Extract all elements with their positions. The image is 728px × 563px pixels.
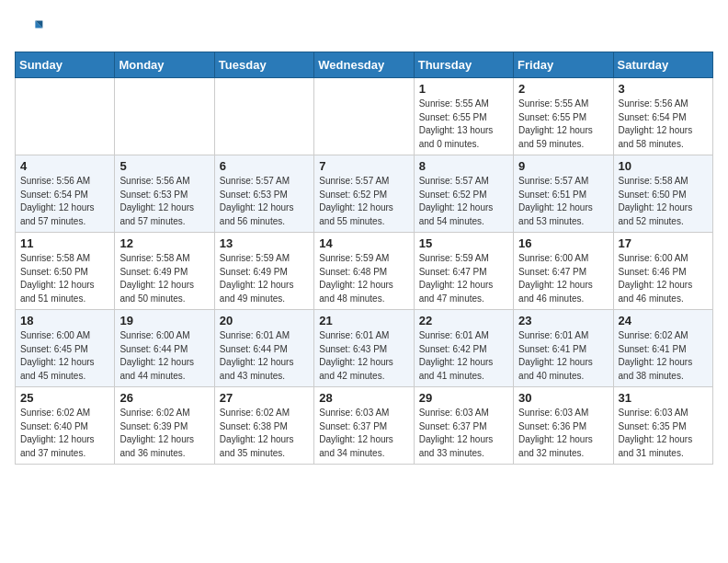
day-info: Sunrise: 6:03 AM Sunset: 6:37 PM Dayligh… [319, 407, 408, 460]
calendar-table: SundayMondayTuesdayWednesdayThursdayFrid… [15, 52, 713, 465]
day-number: 17 [619, 236, 708, 250]
calendar-cell: 2Sunrise: 5:55 AM Sunset: 6:55 PM Daylig… [514, 78, 613, 155]
day-header-monday: Monday [115, 52, 214, 78]
day-number: 29 [419, 391, 508, 405]
calendar-cell: 8Sunrise: 5:57 AM Sunset: 6:52 PM Daylig… [414, 155, 513, 233]
day-info: Sunrise: 6:03 AM Sunset: 6:37 PM Dayligh… [419, 407, 508, 460]
day-info: Sunrise: 5:59 AM Sunset: 6:49 PM Dayligh… [220, 252, 309, 305]
calendar-cell: 5Sunrise: 5:56 AM Sunset: 6:53 PM Daylig… [115, 155, 214, 233]
day-info: Sunrise: 5:58 AM Sunset: 6:50 PM Dayligh… [619, 175, 708, 228]
day-number: 13 [220, 236, 309, 250]
day-number: 8 [419, 159, 508, 173]
calendar-cell: 14Sunrise: 5:59 AM Sunset: 6:48 PM Dayli… [314, 233, 414, 310]
calendar-cell: 3Sunrise: 5:56 AM Sunset: 6:54 PM Daylig… [613, 78, 712, 155]
calendar-cell: 4Sunrise: 5:56 AM Sunset: 6:54 PM Daylig… [16, 155, 115, 233]
day-number: 31 [619, 391, 708, 405]
calendar-cell [115, 78, 214, 155]
calendar-cell: 22Sunrise: 6:01 AM Sunset: 6:42 PM Dayli… [414, 310, 513, 387]
calendar-cell: 28Sunrise: 6:03 AM Sunset: 6:37 PM Dayli… [314, 387, 414, 465]
calendar-cell: 21Sunrise: 6:01 AM Sunset: 6:43 PM Dayli… [314, 310, 414, 387]
calendar-cell: 26Sunrise: 6:02 AM Sunset: 6:39 PM Dayli… [115, 387, 214, 465]
day-info: Sunrise: 5:55 AM Sunset: 6:55 PM Dayligh… [419, 98, 508, 151]
calendar-cell: 17Sunrise: 6:00 AM Sunset: 6:46 PM Dayli… [613, 233, 712, 310]
day-info: Sunrise: 5:58 AM Sunset: 6:49 PM Dayligh… [119, 252, 209, 305]
day-info: Sunrise: 5:55 AM Sunset: 6:55 PM Dayligh… [518, 98, 608, 151]
day-header-tuesday: Tuesday [214, 52, 313, 78]
day-info: Sunrise: 6:03 AM Sunset: 6:35 PM Dayligh… [619, 407, 708, 460]
day-info: Sunrise: 6:02 AM Sunset: 6:38 PM Dayligh… [220, 407, 309, 460]
day-info: Sunrise: 5:56 AM Sunset: 6:53 PM Dayligh… [119, 175, 209, 228]
day-number: 4 [20, 159, 109, 173]
calendar-cell: 15Sunrise: 5:59 AM Sunset: 6:47 PM Dayli… [414, 233, 513, 310]
day-number: 5 [119, 159, 209, 173]
day-number: 30 [518, 391, 608, 405]
calendar-cell: 23Sunrise: 6:01 AM Sunset: 6:41 PM Dayli… [514, 310, 613, 387]
day-number: 15 [419, 236, 508, 250]
day-number: 9 [518, 159, 608, 173]
logo [15, 15, 48, 44]
day-info: Sunrise: 6:02 AM Sunset: 6:41 PM Dayligh… [619, 329, 708, 383]
day-info: Sunrise: 5:57 AM Sunset: 6:53 PM Dayligh… [220, 175, 309, 228]
day-number: 14 [319, 236, 408, 250]
calendar-cell: 16Sunrise: 6:00 AM Sunset: 6:47 PM Dayli… [514, 233, 613, 310]
day-header-wednesday: Wednesday [314, 52, 414, 78]
day-number: 20 [220, 314, 309, 327]
calendar-header-row: SundayMondayTuesdayWednesdayThursdayFrid… [16, 52, 713, 78]
calendar-cell: 13Sunrise: 5:59 AM Sunset: 6:49 PM Dayli… [214, 233, 313, 310]
day-header-thursday: Thursday [414, 52, 513, 78]
calendar-cell: 20Sunrise: 6:01 AM Sunset: 6:44 PM Dayli… [214, 310, 313, 387]
day-header-saturday: Saturday [613, 52, 712, 78]
calendar-cell: 25Sunrise: 6:02 AM Sunset: 6:40 PM Dayli… [16, 387, 115, 465]
day-number: 11 [20, 236, 109, 250]
day-header-friday: Friday [514, 52, 613, 78]
day-number: 1 [419, 82, 508, 96]
calendar-cell: 6Sunrise: 5:57 AM Sunset: 6:53 PM Daylig… [214, 155, 313, 233]
day-info: Sunrise: 6:00 AM Sunset: 6:46 PM Dayligh… [619, 252, 708, 305]
day-info: Sunrise: 6:01 AM Sunset: 6:43 PM Dayligh… [319, 329, 408, 383]
day-number: 19 [119, 314, 209, 327]
day-header-sunday: Sunday [16, 52, 115, 78]
day-number: 26 [119, 391, 209, 405]
calendar-cell: 9Sunrise: 5:57 AM Sunset: 6:51 PM Daylig… [514, 155, 613, 233]
day-info: Sunrise: 6:01 AM Sunset: 6:41 PM Dayligh… [518, 329, 608, 383]
calendar-cell: 31Sunrise: 6:03 AM Sunset: 6:35 PM Dayli… [613, 387, 712, 465]
calendar-cell [16, 78, 115, 155]
day-info: Sunrise: 6:00 AM Sunset: 6:44 PM Dayligh… [119, 329, 209, 383]
day-number: 7 [319, 159, 408, 173]
day-number: 2 [518, 82, 608, 96]
day-number: 10 [619, 159, 708, 173]
calendar-cell: 19Sunrise: 6:00 AM Sunset: 6:44 PM Dayli… [115, 310, 214, 387]
calendar-cell: 12Sunrise: 5:58 AM Sunset: 6:49 PM Dayli… [115, 233, 214, 310]
day-info: Sunrise: 6:00 AM Sunset: 6:45 PM Dayligh… [20, 329, 109, 383]
page-header [15, 15, 713, 44]
day-info: Sunrise: 5:58 AM Sunset: 6:50 PM Dayligh… [20, 252, 109, 305]
calendar-cell [314, 78, 414, 155]
calendar-week-2: 4Sunrise: 5:56 AM Sunset: 6:54 PM Daylig… [16, 155, 713, 233]
calendar-cell: 18Sunrise: 6:00 AM Sunset: 6:45 PM Dayli… [16, 310, 115, 387]
calendar-cell [214, 78, 313, 155]
calendar-cell: 29Sunrise: 6:03 AM Sunset: 6:37 PM Dayli… [414, 387, 513, 465]
calendar-cell: 11Sunrise: 5:58 AM Sunset: 6:50 PM Dayli… [16, 233, 115, 310]
day-number: 27 [220, 391, 309, 405]
day-number: 24 [619, 314, 708, 327]
day-number: 21 [319, 314, 408, 327]
calendar-week-4: 18Sunrise: 6:00 AM Sunset: 6:45 PM Dayli… [16, 310, 713, 387]
day-info: Sunrise: 5:57 AM Sunset: 6:51 PM Dayligh… [518, 175, 608, 228]
day-number: 18 [20, 314, 109, 327]
calendar-cell: 7Sunrise: 5:57 AM Sunset: 6:52 PM Daylig… [314, 155, 414, 233]
calendar-week-5: 25Sunrise: 6:02 AM Sunset: 6:40 PM Dayli… [16, 387, 713, 465]
day-number: 3 [619, 82, 708, 96]
calendar-cell: 30Sunrise: 6:03 AM Sunset: 6:36 PM Dayli… [514, 387, 613, 465]
day-info: Sunrise: 5:56 AM Sunset: 6:54 PM Dayligh… [619, 98, 708, 151]
day-number: 23 [518, 314, 608, 327]
day-info: Sunrise: 6:00 AM Sunset: 6:47 PM Dayligh… [518, 252, 608, 305]
calendar-cell: 27Sunrise: 6:02 AM Sunset: 6:38 PM Dayli… [214, 387, 313, 465]
calendar-cell: 1Sunrise: 5:55 AM Sunset: 6:55 PM Daylig… [414, 78, 513, 155]
day-info: Sunrise: 5:57 AM Sunset: 6:52 PM Dayligh… [419, 175, 508, 228]
day-info: Sunrise: 6:02 AM Sunset: 6:39 PM Dayligh… [119, 407, 209, 460]
day-number: 6 [220, 159, 309, 173]
logo-icon [15, 15, 44, 44]
day-info: Sunrise: 5:59 AM Sunset: 6:48 PM Dayligh… [319, 252, 408, 305]
calendar-cell: 24Sunrise: 6:02 AM Sunset: 6:41 PM Dayli… [613, 310, 712, 387]
day-info: Sunrise: 6:02 AM Sunset: 6:40 PM Dayligh… [20, 407, 109, 460]
